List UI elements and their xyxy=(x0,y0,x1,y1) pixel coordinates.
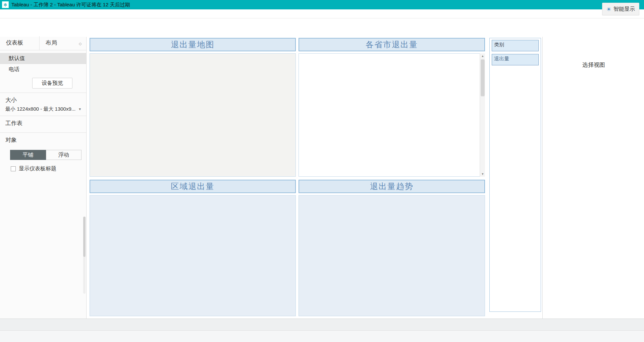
dashboard-canvas: 退出量地图 各省市退出量 ▲ ▼ 区域退出量 退出量趋势 xyxy=(87,37,489,319)
dashboard-sidebar: 仪表板 布局 ◇ 默认值 电话 设备预览 大小 最小 1224x800 - 最大… xyxy=(0,37,87,319)
category-legend-title: 类别 xyxy=(494,42,536,48)
size-legend-title: 退出量 xyxy=(494,56,536,62)
floating-button[interactable]: 浮动 xyxy=(46,150,82,160)
window-titlebar: ✻ Tableau - 工作簿 2 - Tableau 许可证将在 12 天后过… xyxy=(0,0,644,9)
region-bar-chart[interactable] xyxy=(90,195,296,316)
scroll-up-icon[interactable]: ▲ xyxy=(480,53,485,59)
exit-map[interactable] xyxy=(90,53,296,177)
bar-panel: 区域退出量 xyxy=(90,180,296,316)
tiled-button[interactable]: 平铺 xyxy=(10,150,46,160)
collapse-pane-icon[interactable]: ◇ xyxy=(79,42,86,50)
worksheets-section-title: 工作表 xyxy=(5,119,86,127)
show-dashboard-title-checkbox[interactable] xyxy=(11,166,16,171)
map-panel: 退出量地图 xyxy=(90,38,296,177)
size-dropdown[interactable]: 最小 1224x800 - 最大 1300x9...▼ xyxy=(5,106,86,112)
device-default-row[interactable]: 默认值 xyxy=(0,53,86,64)
lightbulb-icon: ☀ xyxy=(606,6,611,12)
device-preview-button[interactable]: 设备预览 xyxy=(32,78,72,89)
window-title: Tableau - 工作簿 2 - Tableau 许可证将在 12 天后过期 xyxy=(11,2,130,8)
trend-line-chart[interactable] xyxy=(299,195,485,316)
category-legend[interactable]: 类别 xyxy=(492,40,539,51)
table-panel-title: 各省市退出量 xyxy=(299,38,485,51)
objects-section-title: 对象 xyxy=(5,136,86,144)
size-legend[interactable]: 退出量 xyxy=(492,54,539,65)
line-panel-title: 退出量趋势 xyxy=(299,180,485,193)
toolbar xyxy=(0,18,644,37)
bar-panel-title: 区域退出量 xyxy=(90,180,296,193)
show-dashboard-title-label: 显示仪表板标题 xyxy=(19,165,56,172)
size-section-title: 大小 xyxy=(5,96,86,104)
show-me-panel: 选择视图 xyxy=(542,37,644,319)
statusbar xyxy=(0,330,644,342)
show-me-hint: 选择视图 xyxy=(549,61,638,69)
device-phone-row[interactable]: 电话 xyxy=(0,64,86,75)
sheet-tabbar xyxy=(0,319,644,330)
scrollbar-thumb[interactable] xyxy=(481,59,485,96)
province-table xyxy=(299,53,485,177)
tab-layout[interactable]: 布局 xyxy=(39,36,79,50)
scroll-down-icon[interactable]: ▼ xyxy=(480,171,485,177)
chevron-down-icon: ▼ xyxy=(78,107,82,111)
line-panel: 退出量趋势 xyxy=(299,180,485,316)
menubar xyxy=(0,9,644,18)
legends-pane: 类别 退出量 xyxy=(489,38,541,312)
show-me-label: 智能显示 xyxy=(613,6,635,13)
sidebar-scrollbar[interactable] xyxy=(83,217,86,294)
tableau-logo-icon: ✻ xyxy=(2,1,9,8)
table-panel: 各省市退出量 ▲ ▼ xyxy=(299,38,485,177)
show-me-button[interactable]: ☀ 智能显示 xyxy=(602,3,639,15)
table-scrollbar[interactable]: ▲ ▼ xyxy=(480,53,485,177)
tab-dashboard[interactable]: 仪表板 xyxy=(0,36,39,50)
map-panel-title: 退出量地图 xyxy=(90,38,296,51)
